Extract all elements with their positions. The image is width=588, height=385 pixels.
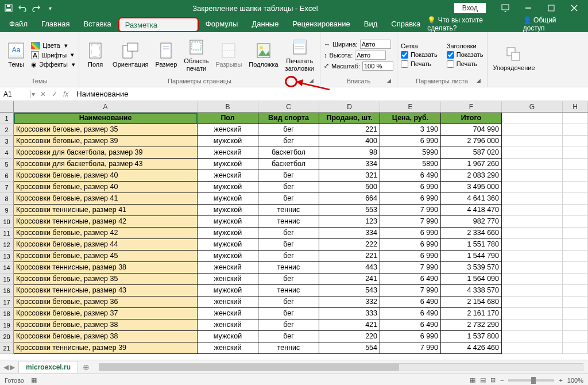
zoom-level[interactable]: 100%: [567, 377, 583, 384]
cell[interactable]: [502, 274, 563, 285]
tab-данные[interactable]: Данные: [245, 16, 285, 32]
cell[interactable]: [563, 113, 588, 124]
col-header[interactable]: F: [441, 101, 502, 112]
row-header[interactable]: 19: [0, 319, 14, 331]
cell[interactable]: Кроссовки беговые, размер 35: [14, 274, 198, 285]
cell[interactable]: [502, 182, 563, 193]
col-header[interactable]: B: [198, 101, 258, 112]
cell[interactable]: теннис: [258, 205, 319, 216]
row-header[interactable]: 20: [0, 331, 14, 342]
row-header[interactable]: 5: [0, 159, 14, 170]
cell[interactable]: Продано, шт.: [319, 113, 380, 124]
cell[interactable]: 5890: [380, 159, 441, 170]
cell[interactable]: бег: [258, 331, 319, 342]
cell[interactable]: [502, 205, 563, 216]
cell[interactable]: [563, 251, 588, 262]
cell[interactable]: [563, 319, 588, 331]
row-header[interactable]: 10: [0, 216, 14, 228]
col-header[interactable]: A: [14, 101, 198, 112]
row-header[interactable]: 7: [0, 182, 14, 193]
cell[interactable]: [563, 331, 588, 342]
tab-справка[interactable]: Справка: [384, 16, 427, 32]
cell[interactable]: Вид спорта: [258, 113, 319, 124]
cell[interactable]: [502, 239, 563, 251]
cell[interactable]: мужской: [198, 136, 258, 147]
cell[interactable]: 6 490: [380, 319, 441, 331]
cell[interactable]: 321: [319, 170, 380, 182]
zoom-slider[interactable]: [508, 379, 554, 382]
row-header[interactable]: 12: [0, 239, 14, 251]
cell[interactable]: 1 551 780: [441, 239, 502, 251]
cell[interactable]: 500: [319, 182, 380, 193]
cell[interactable]: [563, 308, 588, 319]
col-header[interactable]: G: [502, 101, 563, 112]
cell[interactable]: [563, 216, 588, 228]
cell[interactable]: 587 020: [441, 147, 502, 159]
cell[interactable]: женский: [198, 308, 258, 319]
view-normal-icon[interactable]: ▦: [470, 376, 475, 384]
cell[interactable]: Кроссовки беговые, размер 37: [14, 308, 198, 319]
print-titles-button[interactable]: Печатать заголовки: [283, 37, 316, 72]
cell[interactable]: 333: [319, 308, 380, 319]
cell[interactable]: [563, 193, 588, 205]
sheet-nav-prev-icon[interactable]: ◀: [3, 363, 9, 371]
cell[interactable]: бег: [258, 193, 319, 205]
cell[interactable]: 2 732 290: [441, 319, 502, 331]
cell[interactable]: [502, 136, 563, 147]
horizontal-scrollbar[interactable]: [99, 363, 583, 371]
row-header[interactable]: 16: [0, 285, 14, 297]
undo-icon[interactable]: [16, 2, 29, 14]
cell[interactable]: бег: [258, 308, 319, 319]
background-button[interactable]: Подложка: [246, 40, 280, 69]
cell[interactable]: Кроссовки беговые, размер 45: [14, 251, 198, 262]
cell[interactable]: [563, 159, 588, 170]
cell[interactable]: 421: [319, 319, 380, 331]
cell[interactable]: 1 537 800: [441, 331, 502, 342]
cell[interactable]: 553: [319, 205, 380, 216]
cell[interactable]: 7 990: [380, 205, 441, 216]
cell[interactable]: женский: [198, 124, 258, 136]
cell[interactable]: Пол: [198, 113, 258, 124]
row-header[interactable]: 8: [0, 193, 14, 205]
cell[interactable]: 3 539 570: [441, 262, 502, 274]
cell[interactable]: [502, 159, 563, 170]
cell[interactable]: Наименование: [14, 113, 198, 124]
cell[interactable]: [502, 342, 563, 354]
cell[interactable]: Цена, руб.: [380, 113, 441, 124]
row-header[interactable]: 6: [0, 170, 14, 182]
accept-formula-icon[interactable]: ✓: [52, 90, 57, 98]
cell[interactable]: 7 990: [380, 285, 441, 297]
cell[interactable]: 220: [319, 331, 380, 342]
tab-формулы[interactable]: Формулы: [199, 16, 245, 32]
cell[interactable]: бег: [258, 274, 319, 285]
cell[interactable]: [502, 147, 563, 159]
theme-colors-button[interactable]: Цвета ▾: [31, 41, 75, 50]
cell[interactable]: [563, 147, 588, 159]
tell-me-search[interactable]: 💡 Что вы хотите сделать?: [427, 16, 512, 32]
cell[interactable]: 7 990: [380, 216, 441, 228]
cell[interactable]: 6 990: [380, 136, 441, 147]
row-header[interactable]: 18: [0, 308, 14, 319]
cell[interactable]: [502, 319, 563, 331]
cell[interactable]: мужской: [198, 159, 258, 170]
tab-разметка-страницы[interactable]: Разметка страницы: [118, 17, 199, 32]
cell[interactable]: баскетбол: [258, 147, 319, 159]
theme-fonts-button[interactable]: AШрифты ▾: [31, 51, 75, 60]
row-header[interactable]: 15: [0, 274, 14, 285]
cell[interactable]: 4 418 470: [441, 205, 502, 216]
cell[interactable]: бег: [258, 124, 319, 136]
cell[interactable]: бег: [258, 319, 319, 331]
margins-button[interactable]: Поля: [83, 40, 108, 69]
cell[interactable]: женский: [198, 274, 258, 285]
cancel-formula-icon[interactable]: ✕: [40, 90, 46, 98]
save-icon[interactable]: [2, 2, 15, 14]
row-header[interactable]: 13: [0, 251, 14, 262]
tab-вид[interactable]: Вид: [357, 16, 385, 32]
scale-launcher[interactable]: ◢: [385, 78, 392, 84]
cell[interactable]: 221: [319, 124, 380, 136]
row-header[interactable]: 9: [0, 205, 14, 216]
cell[interactable]: женский: [198, 297, 258, 308]
row-header[interactable]: 21: [0, 342, 14, 354]
breaks-button[interactable]: Разрывы: [214, 40, 245, 69]
view-pagebreak-icon[interactable]: ⊞: [490, 376, 496, 384]
